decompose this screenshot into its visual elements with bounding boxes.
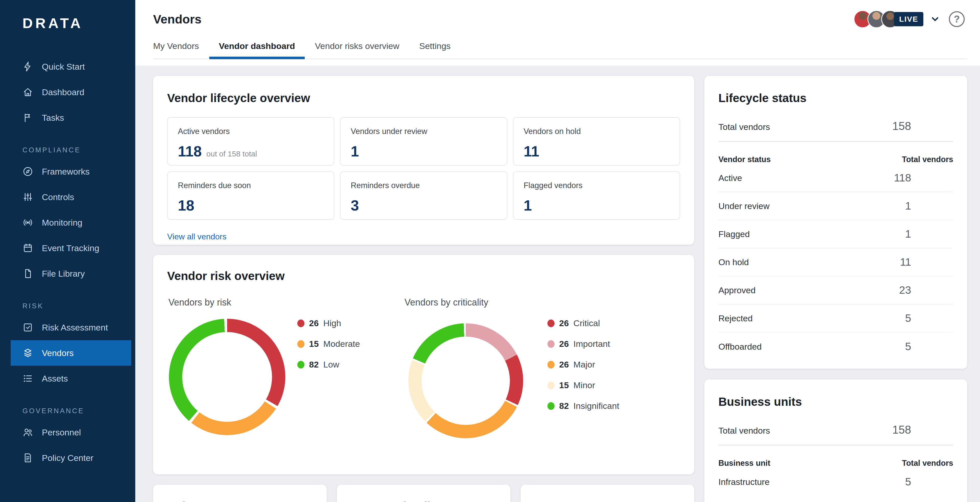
stat-value: 18 bbox=[178, 197, 194, 214]
tab-settings[interactable]: Settings bbox=[419, 41, 451, 59]
sidebar-item-tasks[interactable]: Tasks bbox=[0, 105, 135, 130]
sidebar-item-label: Quick Start bbox=[42, 62, 85, 72]
stat-label: Vendors on hold bbox=[524, 127, 670, 136]
legend-dot-critical bbox=[547, 319, 555, 327]
legend-value: 26 bbox=[559, 318, 569, 328]
app-root: DRATA Quick Start Dashboard Tasks COMPLI… bbox=[0, 0, 980, 502]
sidebar-item-quick-start[interactable]: Quick Start bbox=[0, 54, 135, 79]
sidebar-item-risk-assessment[interactable]: Risk Assessment bbox=[0, 315, 135, 340]
row-value: 11 bbox=[900, 256, 953, 268]
stat-label: Flagged vendors bbox=[524, 181, 670, 190]
total-label: Total vendors bbox=[718, 426, 770, 436]
row-value: 5 bbox=[905, 312, 953, 324]
file-icon bbox=[22, 268, 33, 279]
sidebar-item-monitoring[interactable]: Monitoring bbox=[0, 210, 135, 235]
stat-card-vendors-under-review: Vendors under review 1 bbox=[340, 117, 507, 166]
view-all-vendors-link[interactable]: View all vendors bbox=[167, 232, 226, 241]
legend-item: 26 High bbox=[298, 318, 360, 328]
help-icon[interactable]: ? bbox=[949, 11, 965, 27]
stat-label: Active vendors bbox=[178, 127, 324, 136]
row-label: Flagged bbox=[718, 229, 750, 239]
legend-item: 26 Major bbox=[547, 360, 619, 370]
row-value: 23 bbox=[899, 284, 953, 296]
legend-value: 26 bbox=[309, 318, 319, 328]
legend-value: 26 bbox=[559, 339, 569, 349]
row-value: 5 bbox=[905, 340, 953, 353]
avatar-group bbox=[854, 10, 899, 28]
main-area: Vendors My Vendors Vendor dashboard Vend… bbox=[135, 0, 980, 502]
sidebar-item-dashboard[interactable]: Dashboard bbox=[0, 79, 135, 105]
stat-value: 11 bbox=[524, 143, 539, 160]
lifecycle-status-card: Lifecycle status Total vendors 158 Vendo… bbox=[704, 76, 967, 369]
legend-label: Important bbox=[573, 339, 610, 349]
panel-title: Business units bbox=[718, 395, 953, 408]
sidebar-item-label: Personnel bbox=[42, 427, 81, 437]
compass-icon bbox=[22, 166, 33, 177]
stat-value: 118 bbox=[178, 143, 202, 160]
total-value: 158 bbox=[892, 120, 953, 132]
sidebar-item-controls[interactable]: Controls bbox=[0, 184, 135, 210]
policy-icon bbox=[22, 453, 33, 463]
sidebar-item-assets[interactable]: Assets bbox=[0, 366, 135, 391]
people-icon bbox=[22, 427, 33, 438]
legend-item: 26 Critical bbox=[547, 318, 619, 328]
sidebar-item-policy-center[interactable]: Policy Center bbox=[0, 445, 135, 470]
stat-card-reminders-overdue: Reminders overdue 3 bbox=[340, 171, 507, 220]
table-row: Offboarded 5 bbox=[718, 332, 953, 361]
row-value: 5 bbox=[905, 476, 953, 488]
drata-logo: DRATA bbox=[22, 15, 135, 32]
pii-storage-card: PII storage bbox=[520, 485, 694, 502]
sidebar-item-label: Event Tracking bbox=[42, 243, 99, 253]
legend-label: Minor bbox=[573, 380, 595, 390]
sidebar-item-label: Assets bbox=[42, 373, 68, 384]
sidebar-item-event-tracking[interactable]: Event Tracking bbox=[0, 235, 135, 261]
flag-icon bbox=[22, 112, 33, 123]
legend-value: 82 bbox=[559, 401, 569, 411]
tab-vendor-risks-overview[interactable]: Vendor risks overview bbox=[315, 41, 399, 59]
vendor-lifecycle-overview-card: Vendor lifecycle overview Active vendors… bbox=[153, 76, 694, 245]
chevron-down-icon[interactable] bbox=[930, 14, 940, 24]
broadcast-icon bbox=[22, 217, 33, 228]
sidebar-item-personnel[interactable]: Personnel bbox=[0, 419, 135, 445]
table-row: Approved 23 bbox=[718, 276, 953, 305]
legend-label: Moderate bbox=[323, 339, 360, 349]
legend-item: 82 Low bbox=[298, 360, 360, 370]
sidebar-item-file-library[interactable]: File Library bbox=[0, 261, 135, 286]
table-row: Rejected 5 bbox=[718, 305, 953, 332]
bottom-card-grid: 3rd party type Password policy PII stora… bbox=[153, 485, 694, 502]
live-badge[interactable]: LIVE bbox=[894, 12, 923, 26]
tab-vendor-dashboard[interactable]: Vendor dashboard bbox=[219, 41, 295, 59]
sidebar-item-label: Vendors bbox=[42, 348, 74, 358]
content-right-column: Lifecycle status Total vendors 158 Vendo… bbox=[704, 76, 967, 502]
lightning-icon bbox=[22, 61, 33, 72]
legend-value: 15 bbox=[309, 339, 319, 349]
stat-card-flagged-vendors: Flagged vendors 1 bbox=[513, 171, 680, 220]
sidebar: DRATA Quick Start Dashboard Tasks COMPLI… bbox=[0, 0, 135, 502]
table-row: Infrastructure 5 bbox=[718, 468, 953, 496]
stat-card-reminders-due-soon: Reminders due soon 18 bbox=[167, 171, 334, 220]
legend-label: High bbox=[323, 318, 341, 328]
total-vendors-row: Total vendors 158 bbox=[718, 120, 953, 132]
topbar-actions: LIVE ? bbox=[854, 10, 965, 28]
stat-label: Reminders overdue bbox=[351, 181, 496, 190]
stat-grid: Active vendors 118 out of 158 total Vend… bbox=[167, 117, 680, 220]
stat-value: 3 bbox=[351, 197, 359, 214]
total-value: 158 bbox=[892, 423, 953, 436]
layers-icon bbox=[22, 348, 33, 358]
row-value: 118 bbox=[894, 172, 953, 184]
stat-label: Reminders due soon bbox=[178, 181, 324, 190]
legend-label: Low bbox=[323, 360, 339, 370]
row-value: 1 bbox=[905, 200, 953, 212]
sidebar-item-vendors[interactable]: Vendors bbox=[11, 340, 131, 366]
calendar-icon bbox=[22, 243, 33, 253]
sidebar-item-frameworks[interactable]: Frameworks bbox=[0, 159, 135, 184]
legend-dot-important bbox=[547, 340, 555, 348]
row-label: On hold bbox=[718, 257, 749, 267]
tab-my-vendors[interactable]: My Vendors bbox=[153, 41, 199, 59]
sidebar-section-governance: GOVERNANCE bbox=[22, 407, 135, 415]
sidebar-item-label: Policy Center bbox=[42, 453, 94, 463]
row-label: Offboarded bbox=[718, 342, 762, 352]
stat-suffix: out of 158 total bbox=[207, 149, 257, 158]
table-row: Active 118 bbox=[718, 164, 953, 192]
stat-value: 1 bbox=[351, 143, 359, 160]
